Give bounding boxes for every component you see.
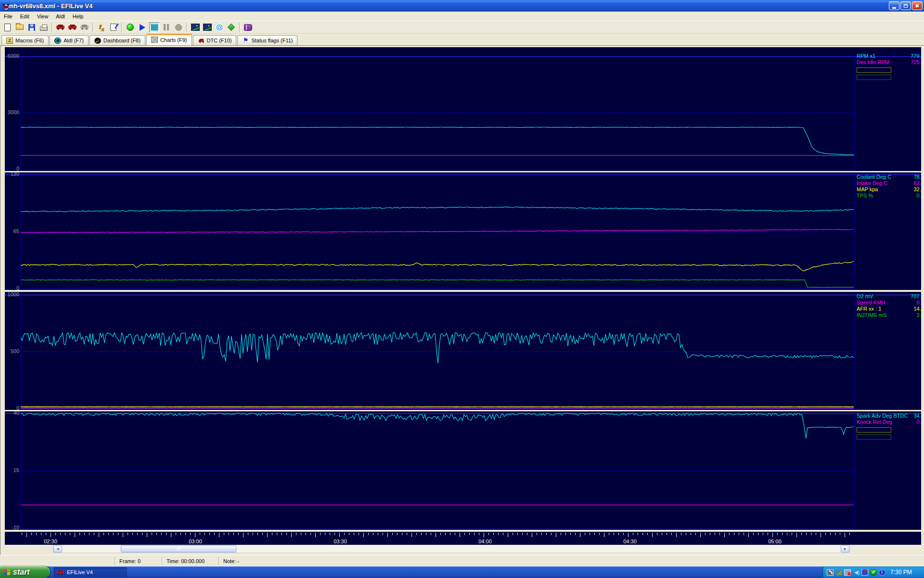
legend-series-name: Knock Ret Deg (857, 419, 892, 425)
taskbar: start EFILive V4 ᛒ 7:30 PM (0, 566, 924, 578)
y-axis-label: 15 (5, 467, 19, 473)
neterr-tray-icon[interactable] (844, 569, 851, 576)
obd-car-icon[interactable] (67, 22, 78, 33)
tab-label: Status flags (F11) (251, 38, 293, 43)
tab-label: Charts (F9) (160, 37, 187, 43)
start-label: start (13, 568, 30, 577)
play-icon[interactable] (137, 22, 148, 33)
chart-view-icon[interactable] (149, 22, 160, 33)
legend-series-name: AFR xx : 1 (857, 306, 881, 312)
tab-aldl[interactable]: Aldl (F7) (50, 35, 89, 45)
horizontal-scrollbar[interactable]: ◂ ▸ (53, 545, 850, 553)
y-axis-label: 0 (5, 405, 19, 410)
legend-series-name: RPM x1 (857, 53, 875, 59)
help-book-icon[interactable] (243, 22, 254, 33)
target-icon[interactable] (214, 22, 225, 33)
menu-item-aldl[interactable]: Aldl (52, 13, 68, 20)
shield-tray-icon[interactable] (870, 569, 877, 576)
legend-series-name: INJTIME mS (857, 312, 886, 318)
toolbar-separator (186, 23, 187, 32)
legend-row: O2 mV707.84 (857, 293, 921, 300)
pause-icon[interactable] (161, 22, 172, 33)
stop-icon[interactable] (173, 22, 184, 33)
scrollbar-thumb[interactable] (121, 545, 236, 552)
toolbar-separator (121, 23, 122, 32)
tab-dashboard[interactable]: Dashboard (F8) (90, 35, 145, 45)
tab-charts[interactable]: Charts (F9) (146, 34, 192, 45)
taskbar-task-efilive[interactable]: EFILive V4 (54, 567, 127, 577)
print-icon[interactable] (38, 22, 49, 33)
legend-empty-box (857, 434, 891, 440)
tab-label: Macros (F6) (15, 38, 44, 43)
status-note: Note: - (219, 558, 243, 564)
aldl-car-icon[interactable] (55, 22, 66, 33)
restore-button[interactable] (900, 1, 911, 10)
legend-series-name: Des Idle RPM (857, 59, 889, 66)
legend-row: Coolant Deg C78.50 (857, 174, 921, 180)
chart-log-alt-icon[interactable] (202, 22, 213, 33)
new-document-icon[interactable] (2, 22, 13, 33)
volume-tray-icon[interactable] (853, 569, 860, 576)
legend-series-value: 62.00 (913, 180, 921, 186)
menu-item-file[interactable]: File (0, 13, 16, 20)
flags-tab-icon: ⚑ (242, 38, 249, 44)
tab-status[interactable]: ⚑Status flags (F11) (237, 35, 297, 45)
charts-tab-icon (151, 37, 158, 43)
taskbar-clock: 7:30 PM (890, 569, 912, 576)
menu-item-help[interactable]: Help (69, 13, 88, 20)
legend-row: Intake Deg C62.00 (857, 180, 921, 186)
signal-tray-icon[interactable] (835, 569, 842, 576)
legend-row: Spark Adv Deg BTDC34.10 (857, 413, 921, 419)
chart-panel-1[interactable]: 600030000RPM x1779.00Des Idle RPM725.00 (5, 47, 921, 171)
chart-panel-4[interactable]: 4015-10Spark Adv Deg BTDC34.10Knock Ret … (5, 411, 921, 530)
scroll-left-button[interactable]: ◂ (53, 545, 62, 552)
battery-tray-icon[interactable] (861, 569, 868, 576)
y-axis-label: -10 (5, 525, 19, 530)
legend-row: Speed KMH0.00 (857, 300, 921, 306)
chart-panel-2[interactable]: 130650Coolant Deg C78.50Intake Deg C62.0… (5, 172, 921, 290)
y-axis-label: 0 (5, 285, 19, 290)
wireless-tray-icon[interactable] (827, 569, 834, 576)
macros-tab-icon: Z (6, 38, 13, 44)
y-axis-label: 500 (5, 348, 19, 354)
function-icon[interactable]: fx (96, 22, 107, 33)
y-axis-label: 6000 (5, 53, 19, 59)
tab-macros[interactable]: ZMacros (F6) (1, 35, 49, 45)
dtc-tab-icon (198, 38, 205, 44)
car-disabled-icon[interactable] (79, 22, 90, 33)
status-time: Time: 00:00.000 (163, 558, 218, 564)
toolbar: fx (0, 21, 924, 34)
legend-series-value: 78.50 (913, 174, 921, 180)
tab-label: Dashboard (F8) (103, 38, 141, 43)
title-bar: gmh-vr68vs8.xml - EFILive V4 ✖ (0, 0, 924, 12)
legend-row: INJTIME mS3.17 (857, 312, 921, 318)
close-button[interactable]: ✖ (912, 1, 923, 10)
legend-series-name: Spark Adv Deg BTDC (857, 413, 908, 419)
system-tray: ᛒ 7:30 PM (822, 566, 924, 578)
chart-log-icon[interactable] (190, 22, 201, 33)
legend-panel-1: RPM x1779.00Des Idle RPM725.00 (857, 53, 921, 80)
properties-icon[interactable] (108, 22, 119, 33)
open-file-icon[interactable] (14, 22, 25, 33)
legend-series-value: 707.84 (911, 293, 921, 300)
tab-label: DTC (F10) (207, 38, 232, 43)
legend-row: AFR xx : 114.70 (857, 306, 921, 312)
status-bar: Frame: 0 Time: 00:00.000 Note: - (0, 555, 924, 566)
legend-panel-4: Spark Adv Deg BTDC34.10Knock Ret Deg0.00 (857, 413, 921, 440)
menu-item-edit[interactable]: Edit (16, 13, 33, 20)
legend-series-name: O2 mV (857, 293, 873, 300)
legend-series-name: Coolant Deg C (857, 174, 891, 180)
bluetooth-tray-icon[interactable]: ᛒ (879, 569, 886, 576)
time-label: 04:00 (478, 539, 492, 544)
record-icon[interactable] (125, 22, 136, 33)
start-button[interactable]: start (0, 566, 50, 578)
menu-item-view[interactable]: View (33, 13, 52, 20)
tab-dtc[interactable]: DTC (F10) (193, 35, 237, 45)
save-icon[interactable] (26, 22, 37, 33)
time-label: 04:30 (623, 539, 637, 544)
chart-panel-3[interactable]: 10005000O2 mV707.84Speed KMH0.00AFR xx :… (5, 292, 921, 410)
diamond-icon[interactable] (226, 22, 237, 33)
scroll-right-button[interactable]: ▸ (841, 545, 849, 552)
minimize-icon (892, 7, 896, 9)
minimize-button[interactable] (889, 1, 899, 10)
